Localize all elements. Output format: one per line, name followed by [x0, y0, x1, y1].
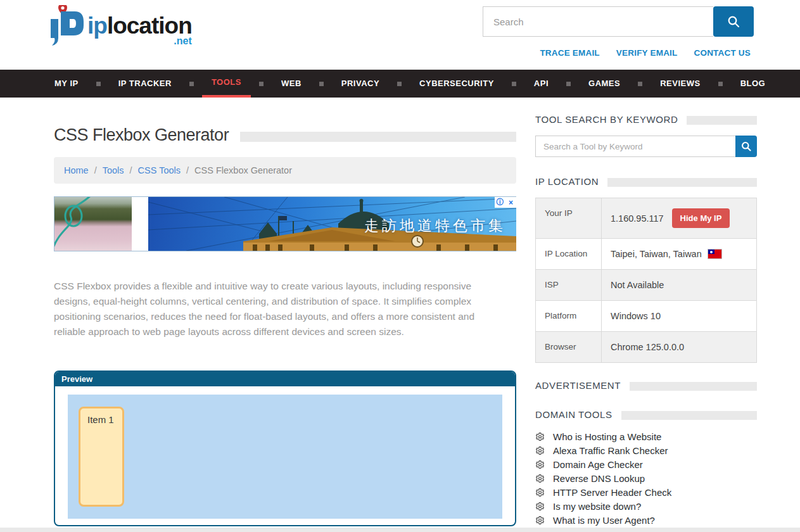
preview-panel-body: Item 1	[55, 386, 515, 526]
preview-panel-header: Preview	[55, 372, 515, 386]
gear-icon	[535, 460, 545, 469]
nav-separator	[566, 82, 571, 86]
heading-decoration-bar	[621, 411, 757, 420]
nav-item-cybersecurity[interactable]: CYBERSECURITY	[410, 70, 504, 98]
nav-separator	[718, 82, 723, 86]
list-item[interactable]: Reverse DNS Lookup	[535, 471, 757, 485]
trace-email-link[interactable]: TRACE EMAIL	[540, 48, 599, 58]
ad-creative: 走訪地道特色市集 ⓘ ×	[148, 197, 516, 251]
search-icon	[727, 15, 740, 28]
ip-location-table: Your IP 1.160.95.117 Hide My IP IP Locat…	[535, 198, 757, 363]
list-item[interactable]: HTTP Server Header Check	[535, 485, 757, 499]
nav-item-my-ip[interactable]: MY IP	[45, 70, 88, 98]
ad-close-icon[interactable]: ×	[505, 197, 516, 208]
nav-item-ip-tracker[interactable]: IP TRACKER	[109, 70, 181, 98]
taiwan-flag-icon	[708, 250, 721, 258]
domain-tools-heading: DOMAIN TOOLS	[535, 409, 757, 420]
gear-icon	[535, 446, 545, 455]
domain-tool-link[interactable]: Alexa Traffic Rank Checker	[553, 445, 668, 456]
ip-row-label: ISP	[536, 270, 602, 300]
header-search	[483, 6, 754, 37]
advertisement-heading-text: ADVERTISEMENT	[535, 380, 621, 391]
table-row: ISP Not Available	[536, 270, 756, 301]
contact-us-link[interactable]: CONTACT US	[694, 48, 751, 58]
tool-search-heading: TOOL SEARCH BY KEYWORD	[535, 114, 757, 125]
gear-icon	[535, 502, 545, 511]
logo-location-text: location	[107, 13, 192, 39]
page: iplocation .net TRACE EMAIL VERIFY EMAIL…	[0, 0, 800, 532]
header: iplocation .net TRACE EMAIL VERIFY EMAIL…	[0, 0, 800, 70]
nav-item-blog[interactable]: BLOG	[731, 70, 775, 98]
domain-tool-link[interactable]: Domain Age Checker	[553, 459, 643, 470]
gear-icon	[535, 516, 545, 525]
ip-row-value: Taipei, Taiwan, Taiwan	[602, 239, 756, 269]
nav-item-games[interactable]: GAMES	[579, 70, 630, 98]
platform-value: Windows 10	[611, 311, 661, 321]
header-links: TRACE EMAIL VERIFY EMAIL CONTACT US	[540, 48, 751, 58]
gear-icon	[535, 432, 545, 441]
list-item[interactable]: Who is Hosting a Website	[535, 429, 757, 443]
domain-tool-link[interactable]: What is my User Agent?	[553, 515, 655, 526]
ip-row-label: Your IP	[536, 198, 602, 238]
list-item[interactable]: Is my website down?	[535, 499, 757, 513]
iplocation-logo-icon	[46, 5, 85, 47]
tool-search-button[interactable]	[735, 136, 757, 157]
list-item[interactable]: Alexa Traffic Rank Checker	[535, 443, 757, 457]
preview-panel: Preview Item 1	[54, 370, 516, 526]
hide-my-ip-button[interactable]: Hide My IP	[672, 208, 730, 228]
heading-decoration-bar	[607, 178, 757, 187]
domain-tools-list: Who is Hosting a Website Alexa Traffic R…	[535, 429, 757, 527]
flexbox-preview-container: Item 1	[68, 395, 502, 519]
ad-overlay-text: 走訪地道特色市集	[364, 216, 506, 236]
site-logo[interactable]: iplocation .net	[46, 5, 192, 47]
domain-tool-link[interactable]: Reverse DNS Lookup	[553, 473, 645, 484]
nav-item-web[interactable]: WEB	[272, 70, 311, 98]
breadcrumb-separator: /	[186, 165, 189, 175]
main-navbar: MY IP IP TRACKER TOOLS WEB PRIVACY CYBER…	[0, 70, 800, 98]
domain-tools-heading-text: DOMAIN TOOLS	[535, 409, 613, 420]
nav-separator	[259, 82, 263, 86]
table-row: Browser Chrome 125.0.0.0	[536, 332, 756, 362]
ip-location-value: Taipei, Taiwan, Taiwan	[611, 249, 702, 259]
ip-row-value: Windows 10	[602, 301, 756, 331]
flexbox-preview-item[interactable]: Item 1	[79, 407, 124, 507]
list-item[interactable]: What is my User Agent?	[535, 513, 757, 527]
your-ip-value: 1.160.95.117	[611, 213, 664, 224]
nav-item-privacy[interactable]: PRIVACY	[332, 70, 389, 98]
domain-tool-link[interactable]: Who is Hosting a Website	[553, 431, 661, 442]
list-item[interactable]: Domain Age Checker	[535, 457, 757, 471]
isp-value: Not Available	[611, 280, 664, 290]
tool-search-heading-text: TOOL SEARCH BY KEYWORD	[535, 114, 678, 125]
breadcrumb-css-tools[interactable]: CSS Tools	[138, 165, 181, 175]
page-title: CSS Flexbox Generator	[54, 125, 229, 145]
tool-search-input[interactable]	[535, 136, 735, 157]
main-content: CSS Flexbox Generator Home / Tools / CSS…	[54, 98, 516, 532]
breadcrumb-current: CSS Flexbox Generator	[194, 165, 292, 175]
header-search-button[interactable]	[713, 6, 754, 37]
ip-location-heading-text: IP LOCATION	[535, 176, 599, 187]
nav-separator	[319, 82, 324, 86]
verify-email-link[interactable]: VERIFY EMAIL	[616, 48, 678, 58]
heading-decoration-bar	[630, 382, 757, 391]
ad-info-icon[interactable]: ⓘ	[495, 197, 505, 208]
breadcrumb-separator: /	[130, 165, 132, 175]
ip-row-label: Platform	[536, 301, 602, 331]
breadcrumb-home[interactable]: Home	[64, 165, 89, 175]
nav-item-api[interactable]: API	[524, 70, 558, 98]
nav-item-reviews[interactable]: REVIEWS	[651, 70, 709, 98]
header-search-input[interactable]	[483, 6, 713, 37]
breadcrumb-tools[interactable]: Tools	[103, 165, 124, 175]
ad-banner[interactable]: 走訪地道特色市集 ⓘ ×	[54, 196, 516, 251]
logo-ip-text: ip	[87, 13, 107, 39]
ip-row-value: Chrome 125.0.0.0	[602, 332, 756, 362]
logo-wordmark: iplocation .net	[87, 14, 192, 46]
gear-icon	[535, 474, 545, 483]
gear-icon	[535, 488, 545, 497]
ip-location-heading: IP LOCATION	[535, 176, 757, 187]
nav-item-tools[interactable]: TOOLS	[202, 70, 251, 98]
table-row: IP Location Taipei, Taiwan, Taiwan	[536, 239, 756, 270]
domain-tool-link[interactable]: Is my website down?	[553, 501, 641, 512]
domain-tool-link[interactable]: HTTP Server Header Check	[553, 487, 671, 498]
heading-decoration-bar	[687, 116, 757, 125]
ip-row-value: 1.160.95.117 Hide My IP	[602, 198, 756, 238]
